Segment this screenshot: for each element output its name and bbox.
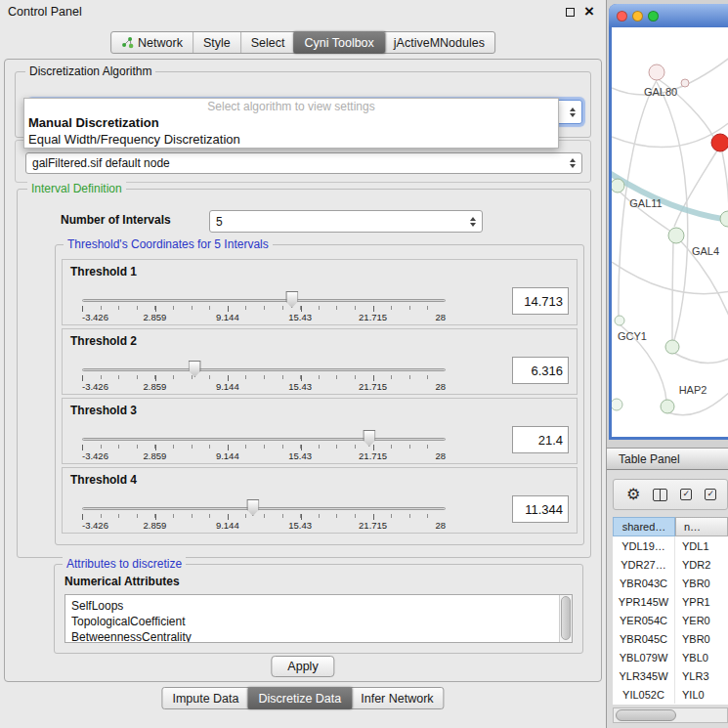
table-horizontal-scrollbar[interactable] bbox=[613, 707, 728, 723]
columns-icon[interactable] bbox=[653, 489, 667, 501]
threshold-4-slider[interactable]: -3.426 2.859 9.144 15.43 21.715 28 bbox=[82, 497, 446, 533]
tab-label: Network bbox=[138, 36, 183, 50]
network-node[interactable] bbox=[615, 316, 624, 325]
screen: Control Panel × Network Style Select Cyn… bbox=[0, 0, 728, 728]
table-row[interactable]: YBR043C YBR0 bbox=[613, 574, 728, 592]
network-node[interactable] bbox=[720, 211, 728, 227]
node-label: GAL80 bbox=[644, 86, 677, 98]
table-row[interactable]: YER054C YER0 bbox=[613, 611, 728, 629]
table-row[interactable]: YDL19… YDL1 bbox=[613, 536, 728, 555]
threshold-panel-4: Threshold 4 -3.426 2.859 9.144 15.43 21.… bbox=[62, 467, 578, 534]
list-item[interactable]: BetweennessCentrality bbox=[65, 629, 572, 643]
list-item[interactable]: TopologicalCoefficient bbox=[65, 614, 572, 629]
table-data-select[interactable]: galFiltered.sif default node bbox=[25, 152, 582, 174]
threshold-panel-1: Threshold 1 -3.426 2.859 9.144 15.43 21.… bbox=[62, 259, 578, 325]
tab-select[interactable]: Select bbox=[240, 32, 295, 53]
threshold-2-value[interactable]: 6.316 bbox=[512, 357, 569, 384]
threshold-panel-2: Threshold 2 -3.426 2.859 9.144 15.43 21.… bbox=[62, 328, 578, 395]
slider-ticks bbox=[82, 514, 446, 520]
algorithm-dropdown-menu: Select algorithm to view settings Manual… bbox=[23, 98, 559, 149]
network-node[interactable] bbox=[668, 228, 684, 243]
slider-track bbox=[82, 368, 446, 371]
node-label: GCY1 bbox=[618, 330, 647, 342]
checkbox-icon[interactable]: ✓ bbox=[680, 489, 692, 500]
numerical-attributes-list: SelfLoops TopologicalCoefficient Between… bbox=[64, 594, 573, 643]
close-traffic-light-icon[interactable] bbox=[617, 11, 627, 21]
network-node[interactable] bbox=[612, 399, 622, 410]
slider-track bbox=[82, 438, 446, 441]
list-item[interactable]: SelfLoops bbox=[65, 598, 572, 614]
highlighted-edge[interactable] bbox=[612, 172, 728, 221]
control-panel-titlebar: Control Panel × bbox=[0, 0, 606, 23]
table-toolbar: ⚙ ✓ ✓ bbox=[613, 479, 728, 510]
table-panel-header: Table Panel bbox=[607, 448, 728, 470]
threshold-1-slider[interactable]: -3.426 2.859 9.144 15.43 21.715 28 bbox=[82, 289, 446, 324]
tab-discretize-data[interactable]: Discretize Data bbox=[248, 687, 353, 709]
float-window-icon[interactable] bbox=[566, 8, 575, 17]
tab-infer-network[interactable]: Infer Network bbox=[351, 688, 443, 708]
dropdown-option-manual-discretization[interactable]: Manual Discretization bbox=[24, 114, 558, 131]
cyni-bottom-tabs: Impute Data Discretize Data Infer Networ… bbox=[161, 687, 444, 709]
tab-label: jActiveMNodules bbox=[394, 36, 485, 50]
network-icon bbox=[121, 36, 134, 49]
dropdown-option-equal-width-frequency[interactable]: Equal Width/Frequency Discretization bbox=[24, 131, 558, 148]
table-row[interactable]: YLR345W YLR3 bbox=[613, 666, 728, 685]
threshold-4-value[interactable]: 11.344 bbox=[512, 495, 569, 523]
network-window-titlebar[interactable] bbox=[609, 4, 728, 27]
network-node[interactable] bbox=[661, 400, 674, 413]
threshold-label: Threshold 4 bbox=[70, 473, 137, 487]
thresholds-group: Threshold's Coordinates for 5 Intervals … bbox=[55, 244, 584, 545]
table-panel-body: ⚙ ✓ ✓ shared… n… YDL19… YDL1 YDR27… YDR2 bbox=[607, 470, 728, 728]
combo-arrows-icon bbox=[464, 217, 476, 227]
threshold-1-value[interactable]: 14.713 bbox=[512, 287, 569, 315]
threshold-2-slider[interactable]: -3.426 2.859 9.144 15.43 21.715 28 bbox=[82, 359, 446, 394]
list-scrollbar[interactable] bbox=[559, 595, 572, 642]
threshold-3-slider[interactable]: -3.426 2.859 9.144 15.43 21.715 28 bbox=[82, 428, 446, 463]
column-header-shared-name[interactable]: shared… bbox=[613, 517, 675, 536]
tab-label: Impute Data bbox=[172, 692, 238, 706]
network-node-selected-red[interactable] bbox=[711, 134, 728, 151]
tab-label: Cyni Toolbox bbox=[304, 36, 373, 50]
checkbox-icon[interactable]: ✓ bbox=[705, 489, 716, 500]
network-node[interactable] bbox=[665, 340, 679, 354]
node-label: GAL11 bbox=[629, 197, 662, 209]
tab-network[interactable]: Network bbox=[111, 32, 193, 53]
group-title: Threshold's Coordinates for 5 Intervals bbox=[64, 237, 273, 251]
node-label: HAP2 bbox=[679, 384, 707, 396]
threshold-3-value[interactable]: 21.4 bbox=[512, 426, 569, 453]
tab-label: Discretize Data bbox=[259, 692, 342, 706]
scrollbar-thumb[interactable] bbox=[616, 709, 676, 721]
combo-arrows-icon bbox=[564, 107, 576, 117]
node-table: shared… n… YDL19… YDL1 YDR27… YDR2 YBR04… bbox=[613, 517, 728, 705]
tab-cyni-toolbox[interactable]: Cyni Toolbox bbox=[293, 31, 384, 54]
table-row[interactable]: YIL052C YIL0 bbox=[613, 685, 728, 704]
tab-label: Style bbox=[203, 36, 231, 50]
network-node[interactable] bbox=[612, 179, 624, 193]
right-pane: GAL80 GAL11 GAL4 GCY1 HAP2 Table Panel ⚙… bbox=[606, 0, 728, 728]
number-of-intervals-select[interactable]: 5 bbox=[209, 210, 483, 233]
table-row[interactable]: YBL079W YBL0 bbox=[613, 648, 728, 666]
scrollbar-thumb[interactable] bbox=[561, 596, 571, 640]
network-node[interactable] bbox=[649, 64, 664, 80]
close-window-icon[interactable]: × bbox=[584, 7, 594, 17]
table-row[interactable]: YPR145W YPR1 bbox=[613, 592, 728, 611]
column-header-name[interactable]: n… bbox=[675, 517, 728, 536]
zoom-traffic-light-icon[interactable] bbox=[648, 11, 659, 21]
minimize-traffic-light-icon[interactable] bbox=[632, 11, 643, 21]
combo-arrows-icon bbox=[564, 158, 576, 168]
tab-jactivemnodules[interactable]: jActiveMNodules bbox=[384, 32, 494, 53]
network-nodes bbox=[612, 64, 728, 413]
tab-label: Infer Network bbox=[361, 692, 433, 706]
settings-gear-icon[interactable]: ⚙ bbox=[626, 487, 640, 502]
table-header-row: shared… n… bbox=[613, 517, 728, 536]
table-row[interactable]: YDR27… YDR2 bbox=[613, 555, 728, 574]
group-title: Attributes to discretize bbox=[63, 557, 186, 571]
network-node[interactable] bbox=[681, 79, 689, 87]
number-of-intervals-value: 5 bbox=[216, 215, 464, 229]
tab-style[interactable]: Style bbox=[193, 32, 240, 53]
apply-button[interactable]: Apply bbox=[271, 656, 334, 677]
table-row[interactable]: YBR045C YBR0 bbox=[613, 629, 728, 648]
tab-impute-data[interactable]: Impute Data bbox=[162, 688, 248, 708]
table-panel-title: Table Panel bbox=[619, 452, 680, 466]
network-canvas[interactable]: GAL80 GAL11 GAL4 GCY1 HAP2 bbox=[612, 27, 728, 437]
